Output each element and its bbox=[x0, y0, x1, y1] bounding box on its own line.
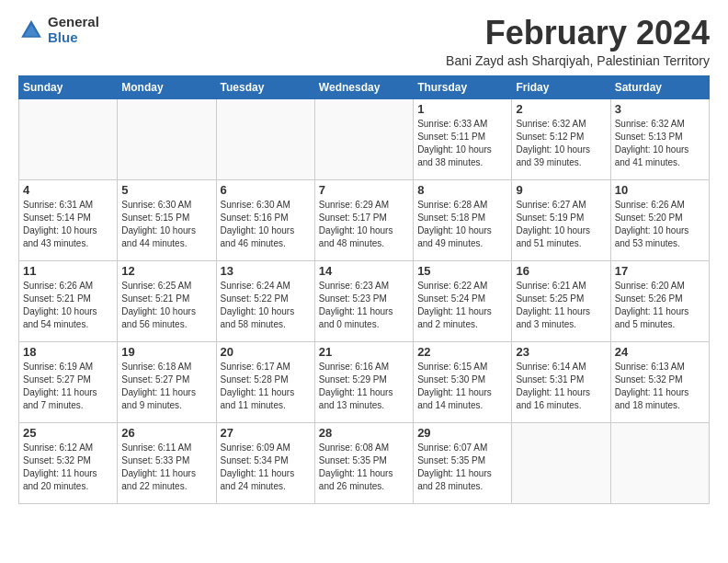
table-row bbox=[512, 422, 610, 503]
table-row: 19Sunrise: 6:18 AM Sunset: 5:27 PM Dayli… bbox=[118, 341, 216, 422]
table-row: 25Sunrise: 6:12 AM Sunset: 5:32 PM Dayli… bbox=[19, 422, 118, 503]
day-number: 12 bbox=[121, 264, 211, 278]
day-info: Sunrise: 6:22 AM Sunset: 5:24 PM Dayligh… bbox=[417, 280, 507, 331]
col-monday: Monday bbox=[118, 75, 216, 98]
calendar-week-row: 18Sunrise: 6:19 AM Sunset: 5:27 PM Dayli… bbox=[19, 341, 710, 422]
header: General Blue February 2024 Bani Zayd ash… bbox=[18, 15, 710, 68]
table-row: 5Sunrise: 6:30 AM Sunset: 5:15 PM Daylig… bbox=[118, 179, 216, 260]
col-wednesday: Wednesday bbox=[314, 75, 413, 98]
day-number: 14 bbox=[319, 264, 409, 278]
table-row: 21Sunrise: 6:16 AM Sunset: 5:29 PM Dayli… bbox=[314, 341, 413, 422]
calendar-week-row: 25Sunrise: 6:12 AM Sunset: 5:32 PM Dayli… bbox=[19, 422, 710, 503]
day-info: Sunrise: 6:33 AM Sunset: 5:11 PM Dayligh… bbox=[417, 118, 507, 169]
day-number: 8 bbox=[417, 183, 507, 197]
day-info: Sunrise: 6:32 AM Sunset: 5:12 PM Dayligh… bbox=[516, 118, 606, 169]
table-row: 15Sunrise: 6:22 AM Sunset: 5:24 PM Dayli… bbox=[414, 260, 512, 341]
table-row: 1Sunrise: 6:33 AM Sunset: 5:11 PM Daylig… bbox=[414, 98, 512, 179]
day-info: Sunrise: 6:31 AM Sunset: 5:14 PM Dayligh… bbox=[23, 199, 113, 250]
day-number: 24 bbox=[615, 345, 705, 359]
table-row bbox=[19, 98, 118, 179]
table-row: 28Sunrise: 6:08 AM Sunset: 5:35 PM Dayli… bbox=[314, 422, 413, 503]
table-row: 4Sunrise: 6:31 AM Sunset: 5:14 PM Daylig… bbox=[19, 179, 118, 260]
logo-general-text: General bbox=[48, 15, 99, 30]
table-row bbox=[314, 98, 413, 179]
day-number: 17 bbox=[615, 264, 705, 278]
title-block: February 2024 Bani Zayd ash Sharqiyah, P… bbox=[446, 15, 710, 68]
calendar-header-row: Sunday Monday Tuesday Wednesday Thursday… bbox=[19, 75, 710, 98]
day-info: Sunrise: 6:17 AM Sunset: 5:28 PM Dayligh… bbox=[221, 361, 311, 412]
day-info: Sunrise: 6:21 AM Sunset: 5:25 PM Dayligh… bbox=[516, 280, 606, 331]
day-number: 16 bbox=[516, 264, 606, 278]
day-number: 29 bbox=[417, 426, 507, 440]
table-row: 29Sunrise: 6:07 AM Sunset: 5:35 PM Dayli… bbox=[414, 422, 512, 503]
calendar-week-row: 11Sunrise: 6:26 AM Sunset: 5:21 PM Dayli… bbox=[19, 260, 710, 341]
day-number: 9 bbox=[516, 183, 606, 197]
day-info: Sunrise: 6:29 AM Sunset: 5:17 PM Dayligh… bbox=[319, 199, 409, 250]
day-info: Sunrise: 6:20 AM Sunset: 5:26 PM Dayligh… bbox=[615, 280, 705, 331]
table-row: 7Sunrise: 6:29 AM Sunset: 5:17 PM Daylig… bbox=[314, 179, 413, 260]
day-number: 18 bbox=[23, 345, 113, 359]
day-info: Sunrise: 6:28 AM Sunset: 5:18 PM Dayligh… bbox=[417, 199, 507, 250]
day-info: Sunrise: 6:12 AM Sunset: 5:32 PM Dayligh… bbox=[23, 442, 113, 493]
table-row bbox=[216, 98, 314, 179]
day-info: Sunrise: 6:30 AM Sunset: 5:16 PM Dayligh… bbox=[221, 199, 311, 250]
day-info: Sunrise: 6:08 AM Sunset: 5:35 PM Dayligh… bbox=[319, 442, 409, 493]
day-number: 22 bbox=[417, 345, 507, 359]
day-info: Sunrise: 6:18 AM Sunset: 5:27 PM Dayligh… bbox=[121, 361, 211, 412]
day-number: 21 bbox=[319, 345, 409, 359]
day-number: 2 bbox=[516, 102, 606, 116]
table-row: 9Sunrise: 6:27 AM Sunset: 5:19 PM Daylig… bbox=[512, 179, 610, 260]
col-saturday: Saturday bbox=[610, 75, 709, 98]
logo-text: General Blue bbox=[48, 15, 99, 45]
day-info: Sunrise: 6:11 AM Sunset: 5:33 PM Dayligh… bbox=[121, 442, 211, 493]
day-number: 11 bbox=[23, 264, 113, 278]
day-number: 15 bbox=[417, 264, 507, 278]
table-row: 27Sunrise: 6:09 AM Sunset: 5:34 PM Dayli… bbox=[216, 422, 314, 503]
day-info: Sunrise: 6:26 AM Sunset: 5:21 PM Dayligh… bbox=[23, 280, 113, 331]
day-info: Sunrise: 6:09 AM Sunset: 5:34 PM Dayligh… bbox=[221, 442, 311, 493]
day-number: 7 bbox=[319, 183, 409, 197]
day-info: Sunrise: 6:13 AM Sunset: 5:32 PM Dayligh… bbox=[615, 361, 705, 412]
table-row: 20Sunrise: 6:17 AM Sunset: 5:28 PM Dayli… bbox=[216, 341, 314, 422]
col-thursday: Thursday bbox=[414, 75, 512, 98]
day-info: Sunrise: 6:27 AM Sunset: 5:19 PM Dayligh… bbox=[516, 199, 606, 250]
table-row: 17Sunrise: 6:20 AM Sunset: 5:26 PM Dayli… bbox=[610, 260, 709, 341]
table-row: 16Sunrise: 6:21 AM Sunset: 5:25 PM Dayli… bbox=[512, 260, 610, 341]
day-number: 1 bbox=[417, 102, 507, 116]
table-row: 14Sunrise: 6:23 AM Sunset: 5:23 PM Dayli… bbox=[314, 260, 413, 341]
table-row: 6Sunrise: 6:30 AM Sunset: 5:16 PM Daylig… bbox=[216, 179, 314, 260]
calendar-table: Sunday Monday Tuesday Wednesday Thursday… bbox=[18, 75, 710, 504]
table-row bbox=[610, 422, 709, 503]
table-row: 24Sunrise: 6:13 AM Sunset: 5:32 PM Dayli… bbox=[610, 341, 709, 422]
table-row: 13Sunrise: 6:24 AM Sunset: 5:22 PM Dayli… bbox=[216, 260, 314, 341]
day-info: Sunrise: 6:23 AM Sunset: 5:23 PM Dayligh… bbox=[319, 280, 409, 331]
month-year-title: February 2024 bbox=[446, 15, 710, 52]
day-number: 4 bbox=[23, 183, 113, 197]
day-number: 28 bbox=[319, 426, 409, 440]
table-row: 11Sunrise: 6:26 AM Sunset: 5:21 PM Dayli… bbox=[19, 260, 118, 341]
day-info: Sunrise: 6:07 AM Sunset: 5:35 PM Dayligh… bbox=[417, 442, 507, 493]
day-number: 26 bbox=[121, 426, 211, 440]
day-info: Sunrise: 6:15 AM Sunset: 5:30 PM Dayligh… bbox=[417, 361, 507, 412]
day-number: 25 bbox=[23, 426, 113, 440]
table-row: 10Sunrise: 6:26 AM Sunset: 5:20 PM Dayli… bbox=[610, 179, 709, 260]
day-number: 23 bbox=[516, 345, 606, 359]
table-row: 8Sunrise: 6:28 AM Sunset: 5:18 PM Daylig… bbox=[414, 179, 512, 260]
calendar-week-row: 4Sunrise: 6:31 AM Sunset: 5:14 PM Daylig… bbox=[19, 179, 710, 260]
day-info: Sunrise: 6:19 AM Sunset: 5:27 PM Dayligh… bbox=[23, 361, 113, 412]
table-row: 18Sunrise: 6:19 AM Sunset: 5:27 PM Dayli… bbox=[19, 341, 118, 422]
logo-blue-text: Blue bbox=[48, 30, 99, 46]
day-info: Sunrise: 6:25 AM Sunset: 5:21 PM Dayligh… bbox=[121, 280, 211, 331]
day-number: 19 bbox=[121, 345, 211, 359]
table-row: 26Sunrise: 6:11 AM Sunset: 5:33 PM Dayli… bbox=[118, 422, 216, 503]
day-number: 20 bbox=[221, 345, 311, 359]
calendar-week-row: 1Sunrise: 6:33 AM Sunset: 5:11 PM Daylig… bbox=[19, 98, 710, 179]
day-info: Sunrise: 6:16 AM Sunset: 5:29 PM Dayligh… bbox=[319, 361, 409, 412]
table-row: 12Sunrise: 6:25 AM Sunset: 5:21 PM Dayli… bbox=[118, 260, 216, 341]
table-row: 3Sunrise: 6:32 AM Sunset: 5:13 PM Daylig… bbox=[610, 98, 709, 179]
table-row: 23Sunrise: 6:14 AM Sunset: 5:31 PM Dayli… bbox=[512, 341, 610, 422]
day-info: Sunrise: 6:26 AM Sunset: 5:20 PM Dayligh… bbox=[615, 199, 705, 250]
day-number: 3 bbox=[615, 102, 705, 116]
page: General Blue February 2024 Bani Zayd ash… bbox=[0, 0, 728, 515]
day-info: Sunrise: 6:24 AM Sunset: 5:22 PM Dayligh… bbox=[221, 280, 311, 331]
